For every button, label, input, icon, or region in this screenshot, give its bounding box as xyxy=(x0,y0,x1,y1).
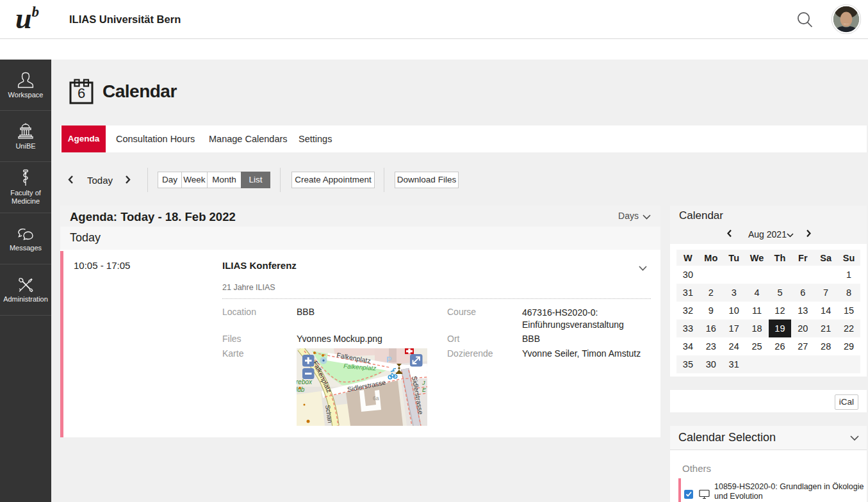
svg-text:J: J xyxy=(422,380,425,386)
svg-text:P: P xyxy=(386,355,392,364)
svg-text:rebox: rebox xyxy=(297,378,313,385)
svg-text:6a: 6a xyxy=(373,395,379,401)
svg-text:6: 6 xyxy=(78,85,85,101)
svg-text:E: E xyxy=(422,387,427,393)
